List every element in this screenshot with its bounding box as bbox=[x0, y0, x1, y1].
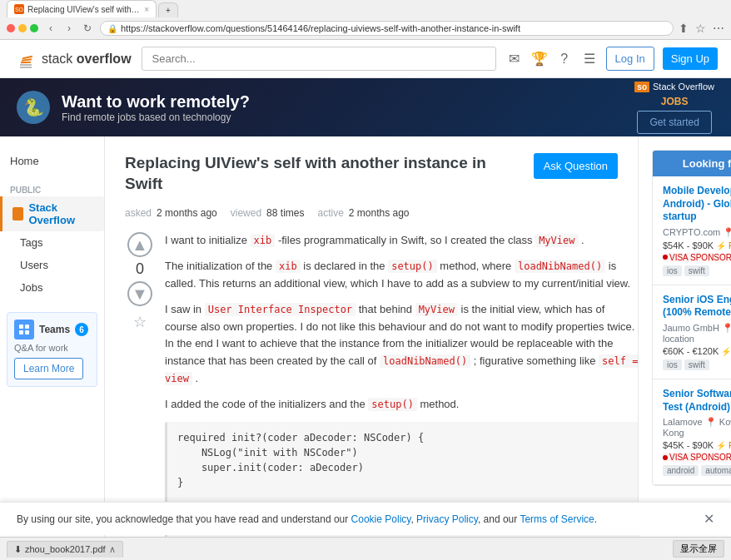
tags-label: Tags bbox=[20, 236, 42, 249]
bottom-bar: ⬇ zhou_book2017.pdf ∧ 显示全屏 bbox=[0, 537, 731, 560]
home-label: Home bbox=[10, 155, 39, 167]
cookie-policy-link[interactable]: Cookie Policy bbox=[351, 513, 411, 525]
code-xib-1: xib bbox=[251, 234, 276, 247]
sidebar-item-tags[interactable]: Tags bbox=[0, 231, 104, 254]
download-tab[interactable]: ⬇ zhou_book2017.pdf ∧ bbox=[7, 541, 123, 558]
cookie-notice: By using our site, you acknowledge that … bbox=[0, 502, 731, 535]
url-text: https://stackoverflow.com/questions/5146… bbox=[121, 23, 520, 33]
tag-ios-2[interactable]: ios bbox=[663, 359, 682, 370]
sidebar-section-public: PUBLIC Stack Overflow Tags Users Jobs bbox=[0, 179, 104, 299]
svg-rect-9 bbox=[25, 330, 29, 335]
search-input[interactable] bbox=[142, 47, 496, 71]
public-label: PUBLIC bbox=[0, 179, 104, 196]
sidebar-section-main: Home bbox=[0, 150, 104, 172]
fullscreen-button[interactable]: 显示全屏 bbox=[673, 540, 724, 558]
svg-rect-6 bbox=[19, 325, 23, 329]
inbox-icon[interactable]: ✉ bbox=[506, 51, 523, 67]
job-listing-3[interactable]: Senior Software Engineer in Test (Androi… bbox=[653, 379, 731, 485]
teams-title: Teams bbox=[39, 324, 70, 335]
jobs-header: Looking for a job? bbox=[653, 151, 731, 176]
job-listing-1[interactable]: Mobile Developer (iOS or Android) - Glob… bbox=[653, 176, 731, 285]
menu-icon[interactable]: ⋯ bbox=[713, 22, 724, 35]
ad-subtitle: Find remote jobs based on technology bbox=[62, 112, 250, 123]
post-paragraph-1: I want to initialize xib -files programm… bbox=[165, 232, 639, 250]
settings-icon[interactable]: ☰ bbox=[581, 51, 598, 67]
refresh-button[interactable]: ↻ bbox=[80, 21, 95, 36]
code-setup: setup() bbox=[388, 260, 437, 273]
login-button[interactable]: Log In bbox=[606, 47, 654, 71]
tag-android-3[interactable]: android bbox=[663, 465, 699, 476]
tab-title: Replacing UIView's self with another ins… bbox=[27, 5, 141, 14]
ask-question-button[interactable]: Ask Question bbox=[534, 153, 618, 179]
svg-rect-1 bbox=[20, 67, 32, 68]
ad-so-logo-box: so bbox=[634, 82, 649, 92]
right-sidebar: Looking for a job? Mobile Developer (iOS… bbox=[638, 136, 731, 560]
download-tab-close[interactable]: ∧ bbox=[109, 544, 116, 555]
privacy-policy-link[interactable]: Privacy Policy bbox=[416, 513, 478, 525]
learn-more-button[interactable]: Learn More bbox=[14, 358, 83, 379]
nav-buttons: ‹ › ↻ bbox=[43, 21, 95, 36]
post-paragraph-3: I saw in User Interface Inspector that b… bbox=[165, 301, 639, 388]
signup-button[interactable]: Sign Up bbox=[663, 47, 718, 70]
header-nav: ✉ 🏆 ? ☰ Log In Sign Up bbox=[506, 47, 718, 71]
tag-swift-1[interactable]: swift bbox=[684, 265, 709, 276]
cookie-close-button[interactable]: ✕ bbox=[704, 511, 714, 527]
tag-ios-1[interactable]: ios bbox=[663, 265, 682, 276]
stackoverflow-label: Stack Overflow bbox=[28, 201, 94, 226]
share-icon[interactable]: ⬆ bbox=[679, 22, 689, 35]
main-layout: Home PUBLIC Stack Overflow Tags Users Jo… bbox=[0, 136, 731, 560]
bookmark-icon[interactable]: ☆ bbox=[695, 22, 706, 35]
site-logo[interactable]: stack overflow bbox=[13, 47, 132, 72]
cookie-text: By using our site, you acknowledge that … bbox=[17, 513, 597, 525]
bookmark-button[interactable]: ☆ bbox=[133, 313, 147, 331]
sidebar-item-home[interactable]: Home bbox=[0, 150, 104, 172]
post-paragraph-2: The initialization of the xib is declare… bbox=[165, 258, 639, 293]
job-company-1: CRYPTO.com 📍 Hong Kong bbox=[663, 227, 731, 238]
browser-toolbar: ‹ › ↻ 🔒 https://stackoverflow.com/questi… bbox=[0, 17, 731, 39]
achievements-icon[interactable]: 🏆 bbox=[531, 51, 548, 67]
ad-left: 🐍 Want to work remotely? Find remote job… bbox=[17, 91, 250, 124]
forward-button[interactable]: › bbox=[62, 21, 77, 36]
job-tags-1: ios swift bbox=[663, 265, 731, 276]
terms-link[interactable]: Terms of Service bbox=[520, 513, 594, 525]
jobs-label: Jobs bbox=[20, 281, 42, 294]
downvote-button[interactable]: ▼ bbox=[127, 281, 152, 306]
ssl-icon: 🔒 bbox=[107, 24, 117, 33]
address-bar[interactable]: 🔒 https://stackoverflow.com/questions/51… bbox=[100, 21, 674, 36]
vote-count: 0 bbox=[136, 260, 144, 278]
code-myview-1: MyView bbox=[535, 234, 578, 247]
viewed-count: 88 times bbox=[266, 207, 304, 219]
question-header: Replacing UIView's self with another ins… bbox=[125, 153, 618, 194]
tag-autotests-3[interactable]: automated-tests bbox=[701, 465, 731, 476]
minimize-window-button[interactable] bbox=[18, 24, 27, 32]
upvote-button[interactable]: ▲ bbox=[127, 232, 152, 257]
new-tab-button[interactable]: + bbox=[158, 2, 178, 17]
ad-banner: 🐍 Want to work remotely? Find remote job… bbox=[0, 78, 731, 136]
teams-widget: Teams 6 Q&A for work Learn More bbox=[7, 312, 97, 387]
post-paragraph-4: I added the code of the initializers and… bbox=[165, 396, 639, 414]
job-company-2: Jaumo GmbH 📍 No office location bbox=[663, 323, 731, 344]
active-tab[interactable]: SO Replacing UIView's self with another … bbox=[7, 0, 157, 17]
viewed-meta: viewed 88 times bbox=[231, 207, 305, 219]
svg-rect-8 bbox=[19, 330, 23, 335]
close-window-button[interactable] bbox=[7, 24, 15, 32]
visa-tag-3: VISA SPONSORSHIP bbox=[663, 453, 731, 462]
sidebar-item-users[interactable]: Users bbox=[0, 254, 104, 276]
help-icon[interactable]: ? bbox=[556, 51, 573, 67]
jobs-widget: Looking for a job? Mobile Developer (iOS… bbox=[652, 150, 731, 486]
tab-close-button[interactable]: × bbox=[144, 5, 149, 14]
code-uii: User Interface Inspector bbox=[205, 303, 356, 316]
code-myview-2: MyView bbox=[415, 303, 458, 316]
search-bar[interactable] bbox=[142, 47, 496, 71]
location-pin-2: 📍 bbox=[722, 323, 731, 333]
get-started-button[interactable]: Get started bbox=[637, 111, 711, 134]
tag-swift-2[interactable]: swift bbox=[684, 359, 709, 370]
teams-badge: 6 bbox=[75, 323, 88, 336]
back-button[interactable]: ‹ bbox=[43, 21, 58, 36]
job-listing-2[interactable]: Senior iOS Engineer f/m/d (100% Remote) … bbox=[653, 285, 731, 379]
sidebar-item-jobs[interactable]: Jobs bbox=[0, 276, 104, 299]
maximize-window-button[interactable] bbox=[30, 24, 38, 32]
sidebar-item-stackoverflow[interactable]: Stack Overflow bbox=[0, 196, 104, 231]
asked-meta: asked 2 months ago bbox=[125, 207, 217, 219]
users-label: Users bbox=[20, 259, 48, 271]
